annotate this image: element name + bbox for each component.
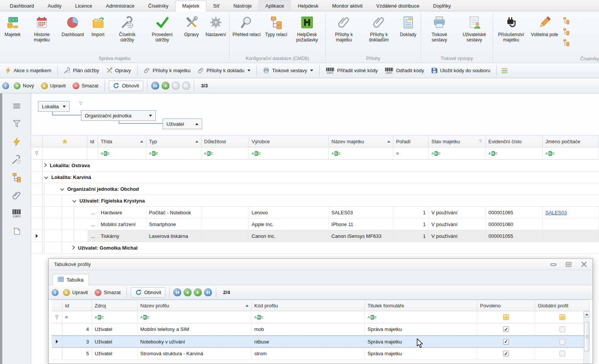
last-record-button[interactable] [182, 82, 190, 90]
profile-row-4[interactable]: 4 Uživatel Mobilní telefony a SIM mob Sp… [52, 323, 589, 336]
ribbon-button-uzivatelske-sestavy[interactable]: Uživatelské sestavy [457, 14, 492, 43]
profile-row-5[interactable]: 5 Uživatel Stromová struktura - Karviná … [52, 348, 589, 360]
group-row-uzivatel-figielska[interactable]: Uživatel: Figielska Krystyna [31, 195, 599, 207]
new-button[interactable]: Nový [11, 81, 36, 91]
ribbon-button-prehled-relaci[interactable]: Přehled relací [230, 14, 263, 38]
column-header-id[interactable]: Id [62, 300, 92, 311]
close-icon[interactable] [580, 261, 587, 267]
column-header-evidencni-cislo[interactable]: Evidenční číslo [486, 136, 543, 147]
ribbon-button-typy-relaci[interactable]: Typy relací [263, 14, 290, 38]
column-header-typ[interactable]: Typ [146, 136, 201, 147]
ribbon-button-prislusenstvi-majetku[interactable]: Příslušenství majetku [494, 14, 529, 43]
vertical-scrollbar[interactable] [583, 311, 590, 364]
dialog-delete-button[interactable]: Smazat [92, 288, 123, 298]
favorites-column-header[interactable] [43, 136, 87, 147]
filter-cell-equals[interactable]: = [62, 311, 92, 323]
filter-cell[interactable] [87, 147, 98, 160]
tab-doplnky[interactable]: Doplňky [426, 0, 458, 11]
filter-funnel-icon[interactable] [11, 118, 22, 130]
ribbon-button-prilohy-k-majetku[interactable]: Přílohy k majetku [326, 14, 361, 43]
ribbon-button-opravy[interactable]: Opravy [180, 14, 203, 38]
prilohy-k-dokladu-button[interactable]: Přílohy k dokladu [195, 66, 253, 76]
tab-ciselniky[interactable]: Číselníky [141, 0, 175, 11]
filter-checkbox-povoleno[interactable] [477, 311, 535, 323]
filter-cell[interactable] [429, 147, 486, 160]
tab-aplikace[interactable]: Aplikace [258, 0, 291, 11]
column-header-zdroj[interactable]: Zdroj [92, 300, 138, 311]
cell-ellipsis[interactable]: ... [87, 218, 98, 230]
ribbon-button-provedeni-udrzby[interactable]: Provedení údržby [145, 14, 180, 43]
tab-licence[interactable]: Licence [68, 0, 99, 11]
column-header-trida[interactable]: Třída [98, 136, 146, 147]
group-box-organizacni-jednotka[interactable]: Organizační jednotka [81, 110, 156, 121]
filter-cell[interactable] [543, 147, 599, 160]
info-icon[interactable] [2, 82, 9, 89]
checkbox-checked[interactable] [503, 339, 509, 345]
chevron-down-icon[interactable] [44, 174, 48, 180]
column-header-titulek[interactable]: Titulek formuláře [365, 300, 477, 311]
first-record-button[interactable] [173, 288, 181, 296]
ribbon-button-helpdesk-pozadavky[interactable]: HelpDesk požadavky [290, 14, 325, 43]
scroll-up-button[interactable] [584, 311, 590, 318]
filter-cell[interactable] [138, 311, 252, 323]
column-header-nazev-profilu[interactable]: Název profilu [138, 300, 252, 311]
filter-cell[interactable] [92, 311, 138, 323]
group-row-uzivatel-gomolka[interactable]: Uživatel: Gomolka Michal [31, 242, 599, 254]
next-record-button[interactable] [172, 82, 180, 90]
column-header-vyrobce[interactable]: Výrobce [249, 136, 329, 147]
column-header-dulezitost[interactable]: Důležitost [201, 136, 249, 147]
org-tree-icon[interactable] [11, 172, 22, 183]
group-row-lokalita-ostrava[interactable]: Lokalita: Ostrava [31, 160, 599, 171]
column-header-jmeno-pocitace[interactable]: Jméno počítače [543, 136, 599, 147]
filter-cell[interactable] [201, 147, 249, 160]
group-box-lokalita[interactable]: Lokalita [38, 101, 70, 112]
checkbox-unchecked[interactable] [559, 351, 565, 356]
wrench-gear-icon[interactable] [11, 154, 22, 165]
filter-cell[interactable] [98, 147, 146, 160]
previous-record-button[interactable] [162, 82, 170, 90]
asset-row-iphone[interactable]: ... Mobilní zařízení Smartphone Apple In… [31, 218, 599, 230]
tab-tabulka[interactable]: Tabulka [52, 274, 89, 285]
plan-udrzby-button[interactable]: Plán údržby [62, 66, 101, 76]
ribbon-button-import[interactable]: Import [86, 14, 110, 38]
filter-cell[interactable] [486, 147, 543, 160]
previous-record-button[interactable] [184, 288, 192, 296]
ribbon-button-ciselnik-udrzby[interactable]: Číselník údržby [110, 14, 145, 43]
prilohy-k-majetku-button[interactable]: Přílohy k majetku [141, 66, 193, 76]
filter-cell[interactable] [365, 311, 477, 323]
tab-monitor-aktivit[interactable]: Monitor aktivit [325, 0, 369, 11]
new-document-icon[interactable] [11, 225, 22, 237]
tab-helpdesk[interactable]: Helpdesk [291, 0, 325, 11]
group-row-lokalita-karvina[interactable]: Lokalita: Karviná [31, 171, 599, 183]
group-box-uzivatel[interactable]: Uživatel [163, 119, 202, 129]
chevron-down-icon[interactable] [72, 198, 76, 204]
org-tree-small-icon[interactable] [563, 28, 571, 36]
column-header-id[interactable]: Id [87, 136, 98, 147]
checkbox-checked[interactable] [503, 351, 509, 356]
dialog-titlebar[interactable]: Tabulkové profily [49, 259, 593, 270]
akce-s-majetkem-button[interactable]: Akce s majetkem [2, 66, 54, 76]
computer-name-link[interactable]: SALES03 [545, 210, 567, 215]
ribbon-button-tiskove-sestavy[interactable]: Tiskové sestavy [422, 14, 457, 43]
chevron-right-icon[interactable] [72, 245, 75, 251]
next-record-button[interactable] [194, 288, 202, 296]
filter-funnel-icon[interactable] [78, 101, 83, 107]
edit-button[interactable]: Upravit [39, 81, 68, 91]
ulozit-kody-button[interactable]: Uložit kódy do souboru [429, 66, 493, 76]
delete-button[interactable]: Smazat [70, 81, 101, 91]
ribbon-button-prilohy-k-dokladum[interactable]: Přílohy k dokladům [361, 14, 396, 43]
ribbon-button-doklady[interactable]: Doklady [396, 14, 420, 38]
tab-dashboard[interactable]: Dashboard [3, 0, 41, 11]
filter-checkbox-globalni[interactable] [535, 311, 589, 323]
column-header-nazev-majetku[interactable]: Název majetku [329, 136, 393, 147]
odradit-kody-button[interactable]: 21071 Odřadit kódy [382, 66, 426, 76]
chevron-down-icon[interactable] [60, 186, 64, 192]
filter-cell-equals[interactable]: = [393, 147, 429, 160]
tab-administrace[interactable]: Administrace [99, 0, 141, 11]
checkbox-unchecked[interactable] [559, 339, 565, 345]
checkbox-checked[interactable] [503, 326, 509, 332]
cell-ellipsis[interactable]: ... [87, 207, 98, 218]
checkbox-unchecked[interactable] [559, 326, 565, 332]
dialog-refresh-button[interactable]: Obnovit [131, 287, 165, 298]
ribbon-button-dashboard[interactable]: Dashboard [59, 14, 86, 38]
